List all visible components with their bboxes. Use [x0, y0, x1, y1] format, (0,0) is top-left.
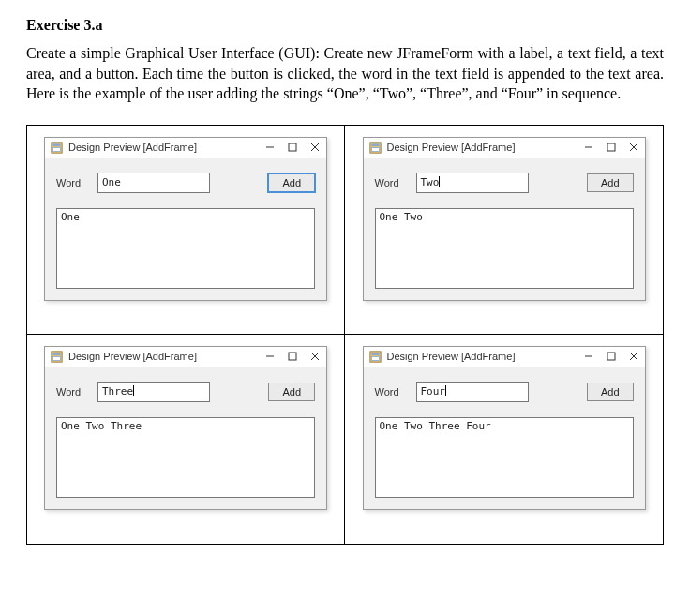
- app-icon: [51, 351, 63, 363]
- svg-rect-11: [608, 143, 615, 151]
- svg-rect-15: [52, 353, 60, 354]
- output-textarea[interactable]: One Two Three Four: [375, 417, 634, 498]
- close-icon[interactable]: [309, 351, 321, 362]
- word-label: Word: [56, 177, 88, 188]
- app-icon: [51, 142, 63, 154]
- maximize-icon[interactable]: [287, 351, 298, 362]
- svg-rect-18: [289, 353, 296, 360]
- close-icon[interactable]: [628, 351, 639, 362]
- svg-rect-1: [52, 143, 60, 145]
- window: Design Preview [AddFrame] Word One Add O: [44, 137, 327, 301]
- output-textarea[interactable]: One: [56, 208, 315, 289]
- title-bar: Design Preview [AddFrame]: [364, 138, 645, 158]
- svg-rect-23: [371, 356, 379, 360]
- output-textarea[interactable]: One Two: [375, 208, 634, 289]
- word-input[interactable]: Three: [98, 382, 210, 402]
- app-icon: [369, 142, 382, 154]
- svg-rect-22: [371, 353, 379, 354]
- add-button[interactable]: Add: [587, 173, 634, 192]
- word-label: Word: [56, 386, 88, 398]
- minimize-icon[interactable]: [264, 142, 276, 153]
- svg-rect-9: [371, 147, 379, 151]
- word-input[interactable]: Four: [416, 382, 529, 402]
- title-bar: Design Preview [AddFrame]: [45, 347, 326, 367]
- word-label: Word: [375, 177, 407, 188]
- maximize-icon[interactable]: [606, 142, 617, 153]
- svg-rect-4: [289, 143, 296, 151]
- word-input[interactable]: Two: [416, 173, 529, 193]
- app-icon: [369, 351, 382, 363]
- minimize-icon[interactable]: [583, 351, 594, 362]
- svg-rect-25: [608, 353, 615, 360]
- minimize-icon[interactable]: [583, 142, 594, 153]
- window-title: Design Preview [AddFrame]: [387, 351, 578, 362]
- window: Design Preview [AddFrame] Word Two Add O: [363, 137, 646, 301]
- screenshot-grid: Design Preview [AddFrame] Word One Add O: [26, 125, 664, 545]
- svg-rect-16: [52, 356, 60, 360]
- add-button[interactable]: Add: [268, 383, 315, 401]
- window: Design Preview [AddFrame] Word Four Add: [363, 346, 646, 510]
- window: Design Preview [AddFrame] Word Three Add: [44, 346, 327, 510]
- svg-rect-2: [52, 147, 60, 151]
- word-input[interactable]: One: [98, 173, 210, 193]
- add-button[interactable]: Add: [268, 173, 315, 192]
- minimize-icon[interactable]: [264, 351, 276, 362]
- title-bar: Design Preview [AddFrame]: [364, 347, 645, 367]
- output-textarea[interactable]: One Two Three: [56, 417, 315, 498]
- word-label: Word: [375, 386, 407, 398]
- exercise-description: Create a simple Graphical User Interface…: [26, 43, 664, 104]
- maximize-icon[interactable]: [287, 142, 298, 153]
- close-icon[interactable]: [309, 142, 321, 153]
- window-title: Design Preview [AddFrame]: [387, 142, 578, 153]
- close-icon[interactable]: [628, 142, 639, 153]
- add-button[interactable]: Add: [587, 383, 634, 401]
- svg-rect-8: [371, 143, 379, 145]
- window-title: Design Preview [AddFrame]: [68, 142, 259, 153]
- exercise-heading: Exercise 3.a: [26, 17, 664, 34]
- window-title: Design Preview [AddFrame]: [68, 351, 259, 362]
- maximize-icon[interactable]: [606, 351, 617, 362]
- title-bar: Design Preview [AddFrame]: [45, 138, 326, 158]
